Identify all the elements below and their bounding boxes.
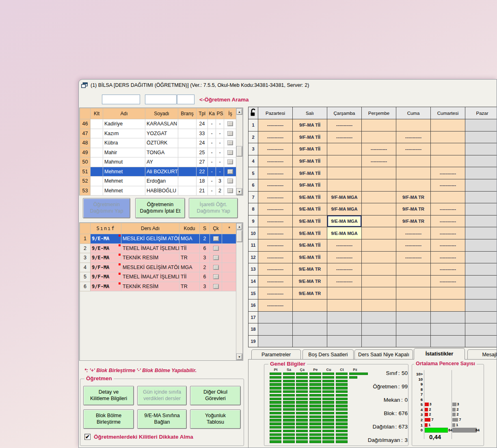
schedule-cell[interactable]	[293, 335, 327, 347]
schedule-cell[interactable]: 9/E-MA Tİİ	[293, 191, 327, 203]
schedule-cell[interactable]	[293, 311, 327, 323]
course-row[interactable]: 49/F-MAMESLEKİ GELİŞİM ATÖLYMGA2	[80, 263, 237, 272]
course-row[interactable]: 19/E-MAMESLEKİ GELİŞİM ATÖLYMGA2	[80, 234, 237, 244]
tab-mesajlar[interactable]: Mesajlar	[467, 349, 497, 360]
scroll-down-icon[interactable]: ▼	[236, 353, 242, 360]
schedule-cell[interactable]: 9/F-MA Tİİ	[293, 143, 327, 155]
teacher-row[interactable]: 51MehmetAli BOZKURT22--	[80, 167, 237, 177]
schedule-cell[interactable]: -----------	[396, 251, 431, 263]
schedule-cell[interactable]	[465, 131, 497, 143]
schedule-cell[interactable]: -----------	[431, 215, 465, 227]
connect-class-button[interactable]: 9/E-MA SınıfınaBağlan	[137, 409, 187, 429]
teacher-col-header[interactable]: Tpl	[197, 108, 208, 119]
course-col-header[interactable]: Kodu	[179, 223, 200, 234]
schedule-cell[interactable]: -----------	[396, 239, 431, 251]
schedule-cell[interactable]: 9/F-MA TR	[396, 203, 431, 215]
course-row[interactable]: 29/E-MATEMEL İMALAT İŞLEMLERTİİ6	[80, 243, 237, 253]
schedule-cell[interactable]	[362, 251, 396, 263]
schedule-cell[interactable]: -----------	[258, 203, 293, 215]
ck-toggle-button[interactable]	[213, 255, 219, 260]
schedule-cell[interactable]	[362, 323, 396, 336]
schedule-cell[interactable]: -----------	[258, 119, 293, 131]
teacher-row[interactable]: 46KadiriyeKARAASLAN24--	[80, 119, 237, 129]
teacher-col-header[interactable]: Ka	[208, 108, 216, 119]
schedule-cell[interactable]: 9/E-MA Tİİ	[293, 239, 327, 251]
teacher-col-header[interactable]: PS	[216, 108, 224, 119]
schedule-cell[interactable]: 9/F-MA MGA	[327, 191, 362, 203]
schedule-cell[interactable]: 9/F-MA Tİİ	[293, 167, 327, 179]
schedule-cell[interactable]	[327, 179, 362, 191]
schedule-cell[interactable]	[465, 275, 497, 287]
schedule-cell[interactable]	[465, 323, 497, 336]
schedule-cell[interactable]	[431, 191, 465, 203]
teacher-row[interactable]: 49MahirTONGA25--	[80, 148, 237, 157]
course-row[interactable]: 39/E-MATEKNİK RESİMTR3	[80, 253, 237, 263]
is-toggle-button[interactable]	[227, 188, 233, 193]
schedule-cell[interactable]	[258, 311, 293, 323]
schedule-cell[interactable]: -----------	[258, 155, 293, 167]
schedule-cell[interactable]: -----------	[258, 131, 293, 143]
schedule-cell[interactable]: 9/F-MA TR	[396, 215, 431, 227]
schedule-cell[interactable]	[258, 323, 293, 336]
course-scroll-thumb[interactable]	[236, 230, 242, 242]
schedule-cell[interactable]	[258, 335, 293, 347]
course-col-header[interactable]: S	[200, 223, 210, 234]
schedule-cell[interactable]	[465, 155, 497, 167]
schedule-cell[interactable]: -----------	[258, 275, 293, 287]
schedule-cell[interactable]	[362, 335, 396, 347]
schedule-cell[interactable]	[465, 263, 497, 276]
schedule-cell[interactable]	[431, 323, 465, 336]
teacher-row[interactable]: 47KazımYOZGAT33--	[80, 129, 237, 138]
is-toggle-button[interactable]	[227, 159, 233, 164]
schedule-cell[interactable]: -----------	[327, 263, 362, 276]
schedule-cell[interactable]	[362, 275, 396, 287]
schedule-cell[interactable]: -----------	[258, 215, 293, 227]
schedule-cell[interactable]: -----------	[431, 251, 465, 263]
distribute-teacher-button[interactable]: ÖğretmeninDağıtımını Yap	[83, 198, 130, 218]
teacher-search-input-2[interactable]	[145, 95, 177, 104]
schedule-cell[interactable]	[362, 299, 396, 311]
tab-boş-ders-saatleri[interactable]: Boş Ders Saatleri	[303, 349, 354, 360]
course-row[interactable]: 59/F-MATEMEL İMALAT İŞLEMLERTİİ6	[80, 272, 237, 282]
is-toggle-button[interactable]	[227, 150, 233, 155]
schedule-cell[interactable]: -----------	[258, 143, 293, 155]
is-toggle-button[interactable]	[227, 131, 233, 136]
schedule-cell[interactable]: -----------	[431, 167, 465, 179]
schedule-cell[interactable]	[465, 179, 497, 191]
schedule-cell[interactable]: -----------	[258, 263, 293, 276]
schedule-cell[interactable]: 9/E-MA Tİİ	[293, 215, 327, 227]
teacher-search-input-3[interactable]	[177, 95, 194, 104]
course-col-header[interactable]: Sınıf	[91, 223, 121, 234]
schedule-cell[interactable]: -----------	[396, 227, 431, 239]
schedule-cell[interactable]: -----------	[431, 203, 465, 215]
schedule-cell[interactable]: -----------	[327, 251, 362, 263]
teacher-scroll-thumb[interactable]	[236, 146, 242, 157]
schedule-cell[interactable]: 9/E-MA TR	[293, 275, 327, 287]
schedule-cell[interactable]: -----------	[327, 119, 362, 131]
schedule-cell[interactable]	[362, 131, 396, 143]
schedule-cell[interactable]	[396, 299, 431, 311]
teacher-search-input-1[interactable]	[102, 95, 140, 104]
is-toggle-button[interactable]	[227, 169, 233, 174]
is-toggle-button[interactable]	[227, 140, 233, 145]
schedule-cell[interactable]	[431, 299, 465, 311]
schedule-cell[interactable]	[465, 287, 497, 299]
scroll-up-icon[interactable]: ▲	[236, 223, 242, 230]
teacher-scrollbar[interactable]: ▲ ▼	[236, 108, 243, 195]
schedule-cell[interactable]	[465, 227, 497, 239]
schedule-cell[interactable]	[293, 323, 327, 336]
teacher-row[interactable]: 50MahmutAY27--	[80, 157, 237, 167]
schedule-cell[interactable]	[431, 131, 465, 143]
teacher-col-header[interactable]: Branş	[178, 108, 197, 119]
schedule-cell[interactable]	[362, 311, 396, 323]
schedule-cell[interactable]	[465, 215, 497, 227]
schedule-cell[interactable]	[327, 287, 362, 299]
schedule-cell[interactable]	[362, 263, 396, 276]
is-toggle-button[interactable]	[227, 179, 233, 183]
density-table-button[interactable]: YoğunlukTablosu	[190, 409, 241, 429]
teacher-row[interactable]: 53MehmetHABİBOĞLU21-2	[80, 186, 237, 196]
schedule-cell[interactable]	[396, 287, 431, 299]
block-split-merge-button[interactable]: Blok BölmeBirleştirme	[83, 409, 134, 429]
schedule-cell[interactable]: -----------	[258, 191, 293, 203]
schedule-cell[interactable]	[465, 239, 497, 251]
